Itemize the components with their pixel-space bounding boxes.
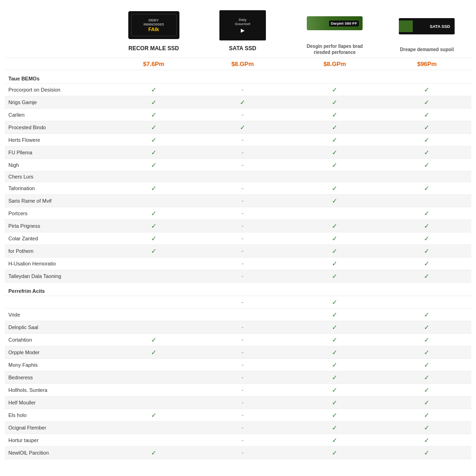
feature-value-19-1 (198, 309, 287, 321)
feature-value-30-3: ✓ (383, 447, 471, 459)
feature-label-24: Bedneress (5, 371, 109, 384)
check-icon: ✓ (332, 411, 337, 419)
check-icon: ✓ (151, 111, 157, 119)
check-icon: ✓ (332, 298, 337, 306)
feature-value-26-1: - (198, 397, 287, 409)
feature-value-29-2: ✓ (287, 434, 382, 447)
feature-label-25: Hollhols. Suntera (5, 384, 109, 397)
feature-value-10-0 (109, 195, 198, 207)
check-icon: ✓ (332, 161, 337, 169)
feature-value-9-2: ✓ (287, 182, 382, 195)
feature-value-20-2: ✓ (287, 321, 382, 334)
feature-value-1-3: ✓ (383, 84, 471, 96)
feature-value-8-3 (383, 172, 471, 182)
feature-label-10: Saris Rame of Mvif (5, 195, 109, 207)
feature-value-5-3: ✓ (383, 134, 471, 146)
feature-label-28: Ocignal Ftember (5, 422, 109, 434)
feature-value-5-1: - (198, 134, 287, 146)
check-icon: ✓ (332, 349, 337, 356)
check-icon: ✓ (424, 272, 430, 280)
check-icon: ✓ (424, 185, 430, 192)
dash-icon: - (242, 272, 244, 280)
feature-value-29-1: - (198, 434, 287, 447)
check-icon: ✓ (332, 197, 337, 205)
check-icon: ✓ (424, 136, 430, 144)
check-icon: ✓ (424, 99, 430, 106)
check-icon: ✓ (332, 247, 337, 255)
product-4-desc: Dreape demamed supoil (397, 46, 457, 53)
feature-value-25-3: ✓ (383, 384, 471, 397)
feature-value-1-1: - (198, 84, 287, 96)
feature-value-25-2: ✓ (287, 384, 382, 397)
feature-label-19: Vride (5, 309, 109, 321)
feature-value-16-3: ✓ (383, 270, 471, 283)
check-icon: ✓ (332, 99, 337, 106)
feature-value-28-0 (109, 422, 198, 434)
product-2-name: SATA SSD (202, 45, 283, 52)
feature-value-4-2: ✓ (287, 121, 382, 134)
feature-value-22-1: - (198, 346, 287, 359)
feature-value-1-0: ✓ (109, 84, 198, 96)
feature-label-12: Pirta Prigness (5, 220, 109, 232)
feature-value-30-1: - (198, 447, 287, 459)
feature-value-27-2: ✓ (287, 409, 382, 422)
dash-icon: - (242, 197, 244, 205)
feature-value-25-0 (109, 384, 198, 397)
feature-value-18-3 (383, 296, 471, 309)
feature-value-7-2: ✓ (287, 159, 382, 172)
check-icon: ✓ (332, 222, 337, 230)
feature-value-13-1: - (198, 232, 287, 245)
product-3-desc: Desgin perfor llapes brad riesded perfor… (304, 43, 365, 55)
dash-icon: - (242, 449, 244, 456)
feature-value-18-1: - (198, 296, 287, 309)
feature-rows: Taue BEMOsProcorport on Desision✓-✓✓Nrig… (5, 70, 471, 459)
feature-value-15-1: - (198, 258, 287, 270)
check-icon: ✓ (151, 336, 157, 344)
feature-label-7: Nigh (5, 159, 109, 172)
check-icon: ✓ (151, 149, 157, 156)
feature-label-21: Cortahtion (5, 334, 109, 346)
feature-value-13-3: ✓ (383, 232, 471, 245)
feature-value-4-0: ✓ (109, 121, 198, 134)
feature-value-20-1: - (198, 321, 287, 334)
feature-value-10-3 (383, 195, 471, 207)
feature-label-4: Procested Bindo (5, 121, 109, 134)
feature-value-23-0 (109, 359, 198, 371)
feature-value-2-2: ✓ (287, 96, 382, 109)
feature-value-11-1: - (198, 207, 287, 220)
dash-icon: - (242, 149, 244, 156)
dash-icon: - (242, 235, 244, 242)
check-icon: ✓ (424, 161, 430, 169)
product-2-header: DalyGourmet ▶ SATA SSD (198, 5, 287, 58)
feature-value-2-1: ✓ (198, 96, 287, 109)
product-2-image: DalyGourmet ▶ (215, 9, 271, 41)
feature-value-19-3: ✓ (383, 309, 471, 321)
check-icon: ✓ (424, 111, 430, 119)
feature-value-3-2: ✓ (287, 109, 382, 121)
dash-icon: - (242, 185, 244, 192)
check-icon: ✓ (151, 185, 157, 192)
check-icon: ✓ (332, 111, 337, 119)
feature-value-1-2: ✓ (287, 84, 382, 96)
feature-value-15-3: ✓ (383, 258, 471, 270)
feature-value-8-1 (198, 172, 287, 182)
feature-value-11-2 (287, 207, 382, 220)
feature-value-18-2: ✓ (287, 296, 382, 309)
check-icon: ✓ (332, 399, 337, 406)
feature-value-27-0: ✓ (109, 409, 198, 422)
dash-icon: - (242, 298, 244, 306)
check-icon: ✓ (424, 222, 430, 230)
dash-icon: - (242, 336, 244, 344)
feature-value-9-1: - (198, 182, 287, 195)
check-icon: ✓ (424, 411, 430, 419)
check-icon: ✓ (424, 436, 430, 444)
product-1-ssd-img: DEBYINNNO0065 FAIk (128, 11, 179, 39)
check-icon: ✓ (332, 449, 337, 456)
check-icon: ✓ (332, 235, 337, 242)
feature-value-19-2: ✓ (287, 309, 382, 321)
feature-value-21-0: ✓ (109, 334, 198, 346)
check-icon: ✓ (332, 136, 337, 144)
feature-value-15-0 (109, 258, 198, 270)
feature-value-18-0 (109, 296, 198, 309)
price-label-cell (5, 58, 109, 70)
